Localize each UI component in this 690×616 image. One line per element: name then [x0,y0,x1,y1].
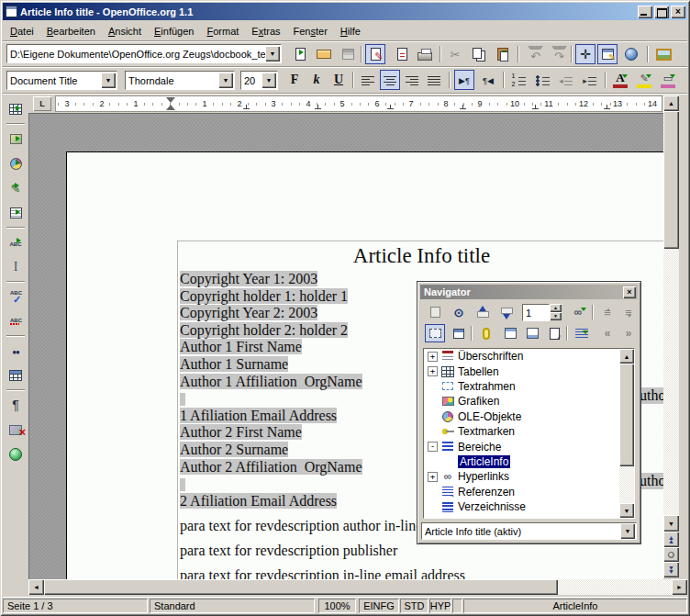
navigation-button[interactable] [663,547,679,562]
nonprinting-characters-button[interactable] [6,395,26,415]
left-to-right-button[interactable] [454,70,474,90]
tree-item-bereiche[interactable]: - Bereiche [424,439,634,454]
tree-scroll-down-button[interactable]: ▼ [619,503,634,518]
previous-page-button[interactable]: ▲▲ [663,532,679,547]
copy-button[interactable] [469,44,489,64]
status-page-style[interactable]: Standard [150,599,315,613]
bullet-list-button[interactable] [532,70,552,90]
graphics-on-off-button[interactable] [6,420,26,440]
insert-table-button[interactable] [6,99,26,119]
bold-button[interactable]: F [284,70,305,90]
page-number-field[interactable]: 1 [522,304,550,321]
tree-item-referenzen[interactable]: Referenzen [424,485,634,499]
align-left-button[interactable] [358,70,378,90]
status-hyperlink-mode[interactable]: HYP [429,599,451,613]
tree-scroll-up-button[interactable]: ▲ [619,349,634,364]
direct-cursor-button[interactable] [6,257,26,277]
menu-einfuegen[interactable]: Einfügen [148,23,200,39]
navigation-toolbox-button[interactable] [449,303,469,321]
outline-level-button[interactable] [572,324,592,342]
tree-item-textmarken[interactable]: Textmarken [424,424,634,439]
tree-item-ueberschriften[interactable]: + Überschriften [424,349,634,364]
scroll-right-button[interactable]: ► [672,579,687,595]
content-view-button[interactable] [449,324,469,342]
form-functions-button[interactable] [6,203,26,223]
spellcheck-button[interactable] [6,286,26,307]
menu-format[interactable]: Format [200,23,245,39]
print-button[interactable] [415,44,435,64]
align-right-button[interactable] [402,70,422,90]
paste-button[interactable] [493,44,513,64]
font-size-combobox[interactable]: 20 ▼ [240,71,278,90]
previous-object-button[interactable] [473,303,493,321]
style-dropdown-button[interactable]: ▼ [101,73,116,88]
align-center-button[interactable] [380,70,400,90]
active-document-dropdown-button[interactable]: ▼ [620,523,635,539]
insert-object-button[interactable] [6,153,26,174]
close-button[interactable]: × [671,6,685,18]
header-button[interactable] [500,324,520,342]
tree-item-grafiken[interactable]: Grafiken [424,394,634,409]
font-dropdown-button[interactable]: ▼ [218,73,233,88]
tree-item-hyperlinks[interactable]: + Hyperlinks [424,469,634,484]
tree-item-articleinfo[interactable]: ArticleInfo [424,454,634,469]
collapse-icon[interactable]: - [428,442,438,452]
edit-file-button[interactable] [365,44,385,64]
anchor-text-button[interactable] [544,324,564,342]
expand-icon[interactable]: + [428,472,438,482]
scroll-down-button[interactable]: ▼ [663,515,679,532]
find-replace-button[interactable] [6,341,26,361]
font-size-value[interactable]: 20 [241,75,262,86]
menu-bearbeiten[interactable]: Bearbeiten [40,23,102,39]
spin-up-button[interactable]: ▲ [550,304,562,312]
active-document-combobox[interactable]: Article Info title (aktiv) ▼ [421,522,637,540]
menu-ansicht[interactable]: Ansicht [102,23,148,39]
tree-item-verzeichnisse[interactable]: Verzeichnisse [424,499,634,514]
url-value[interactable]: D:\Eigene Dokumente\OpenOffice.org Zeugs… [7,49,265,60]
url-dropdown-button[interactable]: ▼ [265,46,280,62]
menu-fenster[interactable]: Fenster [287,23,334,39]
paragraph-background-button[interactable] [658,70,678,90]
new-document-button[interactable] [290,44,310,64]
footer-button[interactable] [522,324,542,342]
status-insert-mode[interactable]: EINFG [359,599,399,613]
numbered-list-button[interactable] [508,70,529,90]
tree-item-textrahmen[interactable]: Textrahmen [424,379,634,394]
highlighting-button[interactable] [634,70,654,90]
minimize-button[interactable] [638,6,652,18]
italic-button[interactable]: k [306,70,327,90]
tree-item-tabellen[interactable]: + Tabellen [424,364,634,378]
insert-button[interactable] [6,129,26,149]
status-selection-mode[interactable]: STD [400,599,428,613]
increase-indent-button[interactable] [580,70,600,90]
stylist-button[interactable] [597,44,618,64]
next-object-button[interactable] [496,303,517,321]
hyperlink-dialog-button[interactable] [621,44,641,64]
url-combobox[interactable]: D:\Eigene Dokumente\OpenOffice.org Zeugs… [6,44,282,63]
size-dropdown-button[interactable]: ▼ [262,73,276,88]
gallery-button[interactable] [653,44,673,64]
set-reminder-button[interactable] [476,324,496,342]
auto-spellcheck-button[interactable] [6,311,26,331]
status-zoom[interactable]: 100% [318,599,356,613]
indent-marker[interactable] [166,97,175,110]
navigator-button[interactable] [575,44,595,64]
menu-hilfe[interactable]: Hilfe [334,23,367,39]
justify-button[interactable] [424,70,444,90]
drag-mode-button[interactable] [568,303,588,321]
menu-extras[interactable]: Extras [245,23,286,39]
open-button[interactable] [314,44,334,64]
paragraph-style-combobox[interactable]: Document Title ▼ [6,71,117,90]
menu-datei[interactable]: Datei [4,23,40,39]
draw-functions-button[interactable] [6,178,26,198]
online-layout-button[interactable] [6,444,26,465]
expand-icon[interactable]: + [428,366,438,376]
active-document-value[interactable]: Article Info title (aktiv) [422,526,620,537]
vertical-scroll-thumb[interactable] [663,111,679,249]
right-to-left-button[interactable] [478,70,498,90]
data-sources-button[interactable] [6,365,26,386]
underline-button[interactable]: U [328,70,349,90]
export-pdf-button[interactable] [392,44,412,64]
font-name-value[interactable]: Thorndale [126,75,218,86]
scroll-up-button[interactable]: ▲ [663,95,679,111]
